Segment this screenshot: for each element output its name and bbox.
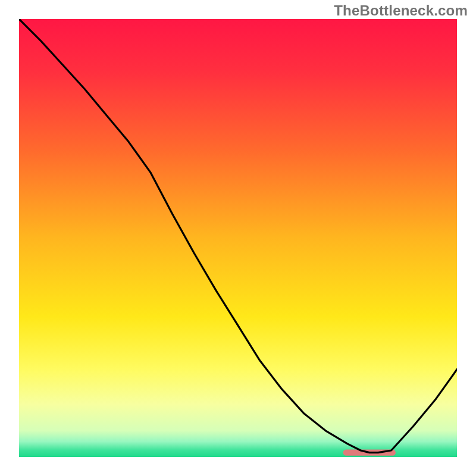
plot-area — [19, 19, 457, 457]
watermark-label: TheBottleneck.com — [334, 2, 468, 19]
gradient-background — [19, 19, 457, 457]
chart-svg — [19, 19, 457, 457]
chart-container: TheBottleneck.com — [0, 0, 476, 476]
